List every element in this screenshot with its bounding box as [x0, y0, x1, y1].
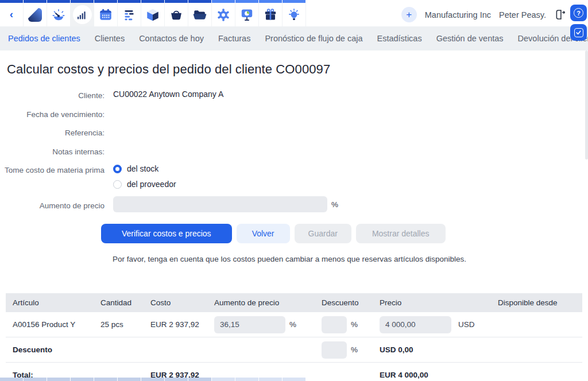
radio-del-proveedor-label: del proveedor — [127, 180, 176, 189]
procurement-basket-icon[interactable] — [165, 3, 188, 26]
material-cost-options: del stock del proveedor — [113, 164, 588, 189]
row-price-input[interactable] — [380, 316, 451, 333]
calendar-icon[interactable] — [94, 3, 118, 26]
row-currency: USD — [458, 320, 475, 329]
cost-cell: EUR 2 937,92 — [144, 320, 207, 329]
price-cell: USD — [373, 316, 491, 333]
radio-unselected-icon — [113, 180, 122, 189]
help-icon: ? — [574, 8, 583, 18]
discount-cell: % — [315, 316, 373, 333]
col-cantidad: Cantidad — [94, 298, 144, 307]
active-icon-highlight — [73, 5, 92, 24]
toolbar-right: + Manufacturing Inc Peter Peasy. — [401, 3, 566, 26]
tasks-button[interactable] — [570, 24, 587, 41]
col-aumento: Aumento de precio — [207, 298, 315, 307]
col-precio: Precio — [373, 298, 491, 307]
row-markup-input[interactable] — [214, 316, 285, 333]
item-cell: A00156 Product Y — [6, 320, 94, 329]
row-discount-suffix: % — [351, 320, 358, 329]
col-articulo: Artículo — [6, 298, 94, 307]
table-header: Artículo Cantidad Costo Aumento de preci… — [6, 293, 582, 312]
calc-form: Cliente: CU00022 Anytown Company A Fecha… — [0, 90, 588, 212]
save-button[interactable]: Guardar — [295, 224, 351, 243]
company-name[interactable]: Manufacturing Inc — [425, 10, 491, 20]
action-buttons: Verificar costos e precios Volver Guarda… — [101, 224, 588, 243]
markup-input[interactable] — [113, 196, 327, 212]
verify-costs-button[interactable]: Verificar costos e precios — [101, 224, 232, 243]
main-content: Calcular costos y precios del pedido del… — [0, 50, 588, 381]
costs-note: Por favor, tenga en cuenta que los costo… — [113, 255, 588, 263]
reference-label: Referencia: — [0, 127, 105, 138]
ideas-bulb-icon[interactable] — [283, 3, 306, 26]
material-cost-label: Tome costo de materia prima — [0, 164, 105, 176]
documents-folder-icon[interactable] — [188, 3, 212, 26]
order-lines-table: Artículo Cantidad Costo Aumento de preci… — [6, 293, 582, 381]
logout-icon[interactable] — [554, 9, 566, 21]
top-toolbar: ‹ — [0, 0, 588, 26]
help-button[interactable]: ? — [570, 5, 587, 21]
stock-cube-icon[interactable] — [141, 3, 165, 26]
show-details-button[interactable]: Mostrar detalles — [356, 224, 446, 243]
markup-cell: % — [207, 316, 315, 333]
dashboard-gauge-icon[interactable] — [47, 3, 71, 26]
scrollbar[interactable] — [585, 50, 588, 160]
statistics-bars-icon[interactable] — [71, 3, 94, 26]
internal-notes-label: Notas internas: — [0, 146, 105, 157]
radio-del-stock-label: del stock — [127, 164, 158, 173]
row-markup-suffix: % — [289, 320, 296, 329]
tab-gestion-de-ventas[interactable]: Gestión de ventas — [436, 34, 504, 43]
total-price: EUR 4 000,00 — [373, 371, 491, 379]
discount-row-field: % — [315, 341, 373, 359]
app-logo-icon[interactable] — [24, 3, 47, 26]
user-menu[interactable]: Peter Peasy. — [499, 10, 546, 20]
table-row: A00156 Product Y 25 pcs EUR 2 937,92 % %… — [6, 312, 582, 337]
col-costo: Costo — [144, 298, 207, 307]
rewards-gift-icon[interactable] — [259, 3, 283, 26]
logo-icon — [28, 7, 42, 22]
tab-pedidos-de-clientes[interactable]: Pedidos de clientes — [8, 34, 80, 43]
order-discount-suffix: % — [351, 345, 358, 354]
tab-facturas[interactable]: Facturas — [218, 34, 250, 43]
tab-contactos-de-hoy[interactable]: Contactos de hoy — [139, 34, 204, 43]
crm-presentation-icon[interactable] — [235, 3, 259, 26]
due-date-label: Fecha de vencimiento: — [0, 108, 105, 120]
internal-notes-value — [113, 146, 588, 155]
order-discount-input[interactable] — [322, 341, 347, 359]
markup-suffix: % — [331, 200, 338, 209]
col-descuento: Descuento — [315, 298, 373, 307]
markup-field: % — [113, 196, 588, 212]
discount-amount: USD 0,00 — [373, 345, 491, 354]
back-button[interactable]: ‹ — [0, 3, 24, 26]
radio-del-proveedor[interactable]: del proveedor — [113, 180, 588, 189]
quantity-cell: 25 pcs — [94, 320, 144, 329]
checkbox-icon — [574, 28, 583, 37]
partial-bottom-toolbar — [0, 378, 306, 381]
section-tabs: Pedidos de clientes Clientes Contactos d… — [0, 26, 588, 50]
discount-row: Descuento % USD 0,00 — [6, 337, 582, 363]
radio-del-stock[interactable]: del stock — [113, 164, 588, 173]
tab-pronostico-flujo-caja[interactable]: Pronóstico de flujo de caja — [265, 34, 362, 43]
reference-value — [113, 127, 588, 137]
settings-gear-icon[interactable] — [212, 3, 235, 26]
customer-value: CU00022 Anytown Company A — [113, 90, 588, 99]
markup-label: Aumento de precio — [0, 196, 105, 211]
customer-label: Cliente: — [0, 90, 105, 101]
production-gantt-icon[interactable] — [118, 3, 141, 26]
tab-estadisticas[interactable]: Estadísticas — [377, 34, 422, 43]
add-button[interactable]: + — [401, 7, 417, 22]
discount-row-label: Descuento — [6, 345, 94, 354]
col-disponible: Disponible desde — [491, 298, 582, 307]
due-date-value — [113, 108, 588, 118]
tab-clientes[interactable]: Clientes — [95, 34, 125, 43]
radio-selected-icon — [113, 165, 122, 173]
floating-buttons: ? — [570, 5, 587, 41]
back-button-form[interactable]: Volver — [237, 224, 290, 243]
page-title: Calcular costos y precios del pedido del… — [7, 62, 588, 77]
row-discount-input[interactable] — [322, 316, 347, 333]
chevron-left-icon: ‹ — [10, 9, 13, 20]
